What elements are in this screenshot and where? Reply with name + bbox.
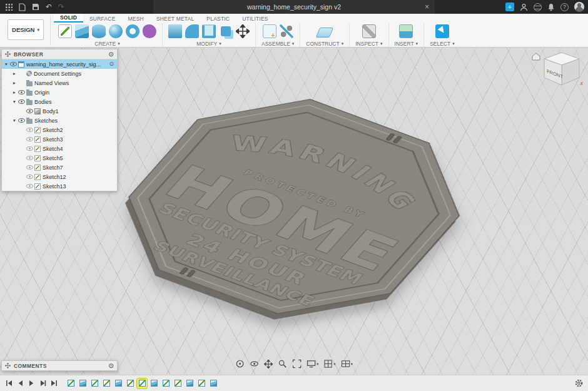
timeline-feature[interactable]	[137, 378, 147, 388]
group-create-label[interactable]: CREATE	[94, 41, 116, 47]
tab-utilities[interactable]: UTILITIES	[236, 14, 274, 23]
browser-item[interactable]: ▸ Named Views ⊙	[2, 78, 117, 88]
browser-item[interactable]: Sketch7 ⊙	[2, 163, 117, 172]
torus-icon[interactable]	[126, 24, 139, 38]
add-icon[interactable]: +	[505, 3, 514, 11]
notifications-bell-icon[interactable]	[547, 3, 555, 11]
home-icon[interactable]	[532, 53, 540, 60]
close-tab-icon[interactable]: ×	[425, 0, 429, 14]
undo-icon[interactable]: ↶	[46, 3, 52, 11]
group-inspect-label[interactable]: INSPECT	[355, 41, 378, 47]
help-icon[interactable]: ?	[560, 3, 569, 11]
tab-sheet-metal[interactable]: SHEET METAL	[150, 14, 200, 23]
panel-menu-icon[interactable]: ⊙	[108, 363, 114, 369]
browser-item[interactable]: Sketch2 ⊙	[2, 125, 117, 135]
expander-icon[interactable]: ▸	[11, 71, 18, 76]
browser-item[interactable]: ▸ Document Settings ⊙	[2, 69, 117, 78]
browser-item[interactable]: Sketch13 ⊙	[2, 181, 117, 191]
press-pull-icon[interactable]	[168, 24, 182, 38]
visibility-eye-icon[interactable]	[26, 164, 33, 171]
create-sketch-icon[interactable]	[58, 24, 72, 38]
browser-item[interactable]: Sketch12 ⊙	[2, 172, 117, 181]
play-icon[interactable]	[28, 379, 36, 387]
step-forward-icon[interactable]	[39, 379, 47, 387]
step-back-icon[interactable]	[16, 379, 24, 387]
visibility-eye-icon[interactable]	[26, 173, 33, 180]
select-icon[interactable]	[435, 24, 449, 38]
tab-plastic[interactable]: PLASTIC	[200, 14, 236, 23]
globe-icon[interactable]	[534, 3, 542, 11]
new-component-icon[interactable]	[263, 24, 276, 38]
visibility-eye-icon[interactable]	[26, 136, 33, 143]
browser-item[interactable]: ▾ warning_home_security_sig... ⊙	[2, 59, 117, 69]
expander-icon[interactable]: ▸	[11, 89, 18, 95]
timeline-feature[interactable]	[113, 378, 123, 388]
view-cube-body[interactable]: FRONT	[544, 53, 579, 85]
timeline-feature[interactable]	[161, 378, 171, 388]
timeline-feature[interactable]	[149, 378, 159, 388]
form-icon[interactable]	[143, 24, 156, 38]
redo-icon[interactable]: ↷	[58, 3, 64, 11]
settings-gear-icon[interactable]	[574, 378, 584, 390]
workspace-selector[interactable]: DESIGN ▾	[8, 19, 44, 40]
tab-solid[interactable]: SOLID	[54, 13, 83, 23]
viewports-icon[interactable]: ▾	[341, 359, 353, 368]
comments-panel-header[interactable]: COMMENTS ⊙	[2, 361, 117, 370]
visibility-eye-icon[interactable]	[26, 145, 33, 152]
browser-item[interactable]: Body1 ⊙	[2, 106, 117, 116]
browser-item[interactable]: ▸ Origin ⊙	[2, 88, 117, 97]
pan-handle-icon[interactable]	[5, 51, 11, 57]
visibility-eye-icon[interactable]	[26, 183, 33, 190]
pan-icon[interactable]	[264, 360, 273, 368]
fillet-icon[interactable]	[185, 24, 199, 38]
cylinder-icon[interactable]	[92, 24, 106, 38]
expander-icon[interactable]: ▸	[11, 80, 18, 86]
timeline-feature[interactable]	[208, 378, 218, 388]
grid-settings-icon[interactable]: ▾	[323, 359, 335, 368]
construction-plane-icon[interactable]	[316, 28, 333, 38]
combine-icon[interactable]	[221, 26, 231, 36]
group-construct-label[interactable]: CONSTRUCT	[306, 41, 339, 47]
visibility-eye-icon[interactable]	[26, 126, 33, 133]
sphere-icon[interactable]	[109, 24, 123, 38]
go-to-end-icon[interactable]	[50, 379, 58, 387]
panel-menu-icon[interactable]: ⊙	[108, 51, 114, 58]
timeline-feature[interactable]	[125, 378, 135, 388]
tab-surface[interactable]: SURFACE	[83, 14, 122, 23]
group-select-label[interactable]: SELECT	[430, 41, 450, 47]
orbit-icon[interactable]	[235, 359, 245, 368]
move-icon[interactable]	[236, 24, 250, 38]
visibility-eye-icon[interactable]	[18, 89, 25, 96]
measure-icon[interactable]	[362, 24, 376, 38]
timeline-feature[interactable]	[89, 378, 99, 388]
browser-item[interactable]: ▾ Bodies ⊙	[2, 97, 117, 106]
pan-handle-icon[interactable]	[5, 363, 11, 368]
save-icon[interactable]	[32, 3, 39, 11]
timeline-feature[interactable]	[78, 378, 88, 388]
insert-icon[interactable]	[399, 24, 413, 38]
visibility-eye-icon[interactable]	[26, 108, 33, 114]
visibility-eye-icon[interactable]	[26, 155, 33, 161]
activate-radio-icon[interactable]: ⊙	[109, 61, 114, 67]
expander-icon[interactable]: ▾	[11, 118, 18, 123]
browser-item[interactable]: Sketch5 ⊙	[2, 153, 117, 163]
look-at-icon[interactable]	[250, 359, 259, 368]
timeline-feature[interactable]	[185, 378, 195, 388]
expander-icon[interactable]: ▾	[3, 61, 9, 67]
visibility-eye-icon[interactable]	[9, 61, 17, 68]
user-avatar[interactable]	[574, 2, 584, 12]
group-modify-label[interactable]: MODIFY	[196, 41, 217, 47]
browser-panel-header[interactable]: BROWSER ⊙	[2, 49, 117, 59]
timeline-feature[interactable]	[196, 378, 206, 388]
group-assemble-label[interactable]: ASSEMBLE	[261, 41, 290, 47]
account-icon[interactable]	[520, 3, 528, 11]
zoom-icon[interactable]	[278, 359, 287, 368]
view-cube[interactable]: FRONT x	[530, 50, 584, 98]
document-tab[interactable]: warning_home_security_sign v2 ×	[153, 0, 435, 14]
joint-icon[interactable]	[280, 24, 293, 38]
tab-mesh[interactable]: MESH	[122, 14, 150, 23]
visibility-eye-icon[interactable]	[18, 117, 25, 124]
box-icon[interactable]	[75, 24, 89, 38]
browser-item[interactable]: ▾ Sketches ⊙	[2, 116, 117, 125]
timeline-feature[interactable]	[173, 378, 183, 388]
